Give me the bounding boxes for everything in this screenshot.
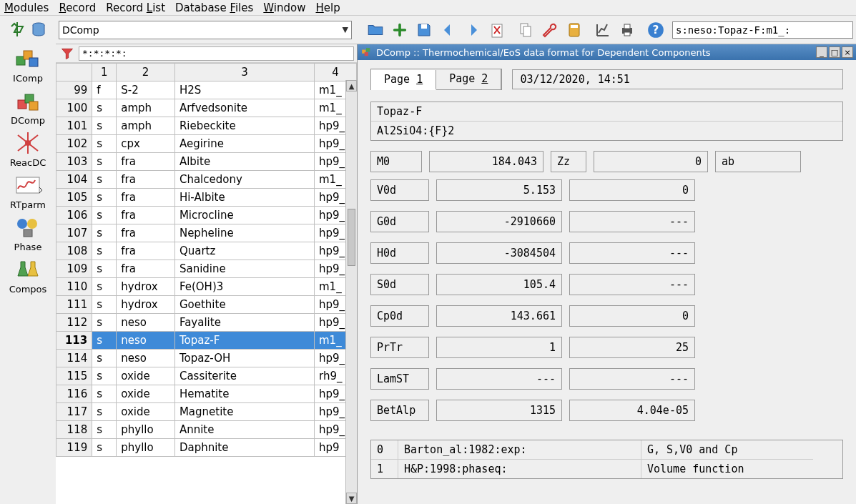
- table-row[interactable]: 109sfraSanidinehp9_: [56, 260, 357, 278]
- save-icon[interactable]: [413, 19, 436, 41]
- close-button[interactable]: ×: [842, 46, 853, 58]
- row-number[interactable]: 119: [56, 439, 92, 457]
- prop-value-2[interactable]: ---: [569, 368, 695, 390]
- row-number[interactable]: 115: [56, 367, 92, 385]
- table-row[interactable]: 100samphArfvedsonitem1_: [56, 99, 357, 117]
- table-row[interactable]: 114snesoTopaz-OHhp9_: [56, 350, 357, 367]
- chart-icon[interactable]: [591, 19, 614, 41]
- zz-value[interactable]: 0: [594, 151, 708, 172]
- reference-row[interactable]: 0Barton_al:1982:exp:G, S,V0 and Cp: [371, 440, 842, 460]
- table-row[interactable]: 119sphylloDaphnitehp9: [56, 439, 357, 457]
- row-number[interactable]: 117: [56, 403, 92, 421]
- filter-input[interactable]: *:*:*:*:: [79, 46, 354, 61]
- module-combo[interactable]: DComp ▼: [59, 21, 352, 39]
- menu-modules[interactable]: Modules: [4, 1, 49, 14]
- table-row[interactable]: 117soxideMagnetitehp9_: [56, 403, 357, 421]
- prop-value-1[interactable]: -3084504: [436, 242, 562, 264]
- row-number[interactable]: 112: [56, 314, 92, 332]
- copy-icon[interactable]: [514, 19, 537, 41]
- table-row[interactable]: 108sfraQuartzhp9_: [56, 242, 357, 260]
- prop-value-1[interactable]: ---: [436, 368, 562, 390]
- table-row[interactable]: 116soxideHematitehp9_: [56, 385, 357, 403]
- table-row[interactable]: 111shydroxGoethitehp9_: [56, 296, 357, 314]
- table-row[interactable]: 112snesoFayalitehp9_: [56, 314, 357, 332]
- row-number[interactable]: 100: [56, 99, 92, 117]
- menu-record-list[interactable]: Record List: [106, 1, 165, 14]
- column-header-4[interactable]: 4: [315, 64, 357, 81]
- sidebar-module-phase[interactable]: Phase: [9, 214, 47, 252]
- prop-value-2[interactable]: 0: [569, 305, 695, 327]
- open-folder-icon[interactable]: [364, 19, 387, 41]
- scroll-down-icon[interactable]: ▼: [346, 493, 357, 504]
- balance-icon[interactable]: [8, 20, 26, 39]
- scroll-thumb[interactable]: [348, 209, 355, 266]
- prop-value-2[interactable]: ---: [569, 274, 695, 295]
- wrench-icon[interactable]: [538, 19, 561, 41]
- reference-row[interactable]: 1H&P:1998:phaseq:Volume function: [371, 460, 842, 478]
- menu-database-files[interactable]: Database Files: [175, 1, 253, 14]
- forward-icon[interactable]: [461, 19, 484, 41]
- row-number[interactable]: 106: [56, 207, 92, 224]
- row-number[interactable]: 109: [56, 260, 92, 278]
- unit-field[interactable]: ab: [715, 151, 801, 172]
- row-number[interactable]: 110: [56, 278, 92, 296]
- table-row[interactable]: 113snesoTopaz-Fm1_: [56, 332, 357, 350]
- prop-value-2[interactable]: ---: [569, 211, 695, 232]
- table-row[interactable]: 103sfraAlbitehp9_: [56, 153, 357, 171]
- table-row[interactable]: 115soxideCassiteriterh9_: [56, 367, 357, 385]
- table-row[interactable]: 110shydroxFe(OH)3m1_: [56, 278, 357, 296]
- prop-value-1[interactable]: 1315: [436, 400, 562, 421]
- scroll-up-icon[interactable]: ▲: [346, 80, 357, 92]
- row-number[interactable]: 108: [56, 242, 92, 260]
- search-input[interactable]: s:neso:Topaz-F:m1_:: [672, 21, 853, 39]
- prop-value-1[interactable]: 105.4: [436, 274, 562, 295]
- row-number[interactable]: 116: [56, 385, 92, 403]
- row-number[interactable]: 111: [56, 296, 92, 314]
- species-name[interactable]: Topaz-F: [371, 102, 842, 122]
- m0-value[interactable]: 184.043: [429, 151, 543, 172]
- calculator-icon[interactable]: [563, 19, 586, 41]
- vertical-scrollbar[interactable]: ▲ ▼: [345, 80, 357, 504]
- row-number[interactable]: 101: [56, 117, 92, 135]
- tab-page-1[interactable]: Page 1: [371, 70, 436, 90]
- prop-value-1[interactable]: 143.661: [436, 305, 562, 327]
- table-row[interactable]: 105sfraHi-Albitehp9_: [56, 189, 357, 207]
- row-number[interactable]: 103: [56, 153, 92, 171]
- row-number[interactable]: 118: [56, 421, 92, 439]
- prop-value-1[interactable]: 5.153: [436, 179, 562, 201]
- table-row[interactable]: 107sfraNephelinehp9_: [56, 224, 357, 242]
- table-row[interactable]: 104sfraChalcedonym1_: [56, 171, 357, 189]
- sidebar-module-icomp[interactable]: IComp: [9, 46, 47, 84]
- column-header-3[interactable]: 3: [174, 64, 314, 81]
- database-icon[interactable]: [29, 20, 48, 39]
- menu-window[interactable]: Window: [263, 1, 305, 14]
- sidebar-module-reacdc[interactable]: ReacDC: [9, 130, 47, 168]
- filter-icon[interactable]: [59, 46, 76, 61]
- table-row[interactable]: 118sphylloAnnitehp9_: [56, 421, 357, 439]
- species-formula[interactable]: Al2SiO4:{F}2: [371, 122, 842, 140]
- row-number[interactable]: 102: [56, 135, 92, 153]
- back-icon[interactable]: [437, 19, 460, 41]
- delete-icon[interactable]: [486, 19, 508, 41]
- print-icon[interactable]: [616, 19, 639, 41]
- table-row[interactable]: 102scpxAegirinehp9_: [56, 135, 357, 153]
- add-icon[interactable]: [388, 19, 411, 41]
- prop-value-1[interactable]: 1: [436, 337, 562, 358]
- menu-help[interactable]: Help: [316, 1, 340, 14]
- table-row[interactable]: 106sfraMicroclinehp9_: [56, 207, 357, 224]
- row-number[interactable]: 114: [56, 350, 92, 367]
- prop-value-1[interactable]: -2910660: [436, 211, 562, 232]
- row-number[interactable]: 105: [56, 189, 92, 207]
- maximize-button[interactable]: □: [829, 46, 840, 58]
- tab-page-2[interactable]: Page 2: [436, 69, 501, 89]
- table-row[interactable]: 101samphRiebeckitehp9_: [56, 117, 357, 135]
- prop-value-2[interactable]: 4.04e-05: [569, 400, 695, 421]
- help-icon[interactable]: ?: [644, 19, 667, 41]
- row-number[interactable]: 113: [56, 332, 92, 350]
- sidebar-module-rtparm[interactable]: RTparm: [9, 172, 47, 210]
- sidebar-module-compos[interactable]: Compos: [9, 257, 47, 295]
- prop-value-2[interactable]: 0: [569, 179, 695, 201]
- date-field[interactable]: 03/12/2020, 14:51: [512, 69, 843, 89]
- row-number[interactable]: 99: [56, 81, 92, 99]
- table-row[interactable]: 99fS-2H2Sm1_: [56, 81, 357, 99]
